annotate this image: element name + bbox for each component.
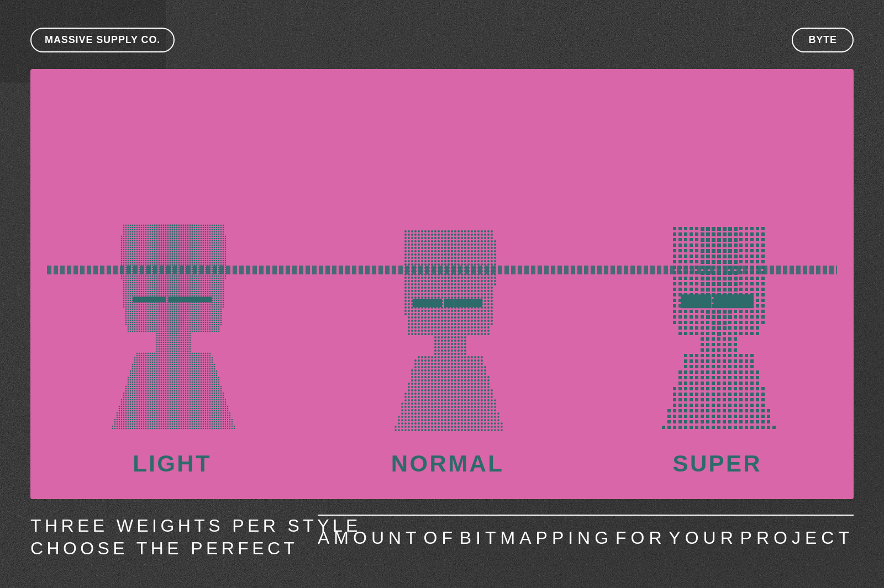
text-for: FOR: [615, 527, 666, 550]
bottom-right: AMOUNT OF BITMAPPING FOR YOUR PROJECT: [296, 515, 854, 550]
figure-super-canvas: [651, 227, 783, 439]
bottom-section: THREE WEIGHTS PER STYLE CHOOSE THE PERFE…: [30, 515, 854, 560]
figure-normal: NORMAL: [384, 230, 511, 477]
divider: [318, 515, 854, 516]
text-choose: CHOOSE THE PERFECT: [30, 537, 296, 560]
figure-normal-canvas: [384, 230, 511, 439]
text-your: YOUR: [669, 527, 737, 550]
text-bitmapping: AMOUNT OF BITMAPPING FOR YOUR PROJECT: [318, 527, 854, 550]
text-project: PROJECT: [740, 527, 854, 550]
figure-light: LIGHT: [101, 224, 244, 477]
text-amount: AMOUNT: [318, 527, 421, 550]
text-weights: THREE WEIGHTS PER STYLE: [30, 515, 296, 538]
brand-label: MASSIVE SUPPLY CO.: [30, 28, 175, 52]
text-of: OF: [423, 527, 456, 550]
figure-normal-label: NORMAL: [391, 451, 504, 477]
figure-super-label: SUPER: [673, 451, 762, 477]
figure-light-label: LIGHT: [133, 451, 212, 477]
text-bitmapping-word: BITMAPPING: [460, 527, 613, 550]
header: MASSIVE SUPPLY CO. BYTE: [30, 28, 854, 52]
product-label: BYTE: [792, 28, 854, 52]
main-panel: LIGHT NORMAL SUPER: [30, 69, 854, 499]
bottom-left: THREE WEIGHTS PER STYLE CHOOSE THE PERFE…: [30, 515, 296, 560]
figure-light-canvas: [101, 224, 244, 439]
figure-super: SUPER: [651, 227, 783, 477]
